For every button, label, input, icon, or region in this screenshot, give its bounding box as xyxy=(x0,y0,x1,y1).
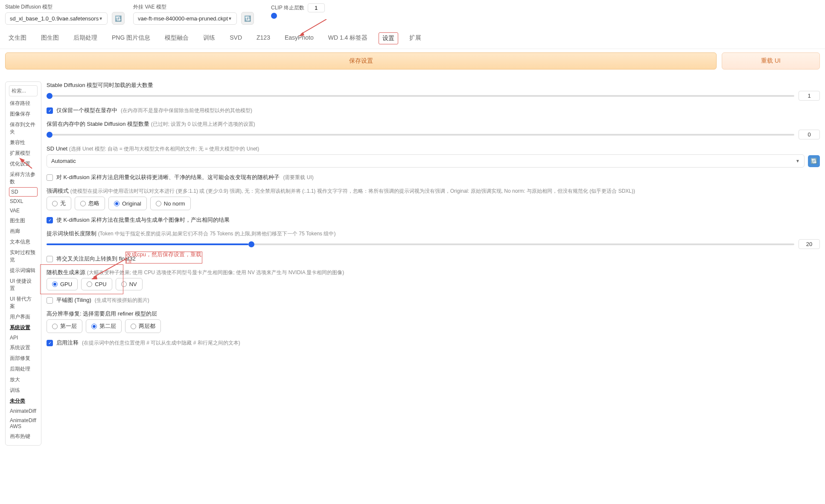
max-models-value[interactable]: 1 xyxy=(799,91,820,101)
sidebar-item-2[interactable]: 保存到文件夹 xyxy=(9,119,38,137)
sidebar-item-20[interactable]: 系统设置 xyxy=(9,342,38,353)
vae-dropdown[interactable]: vae-ft-mse-840000-ema-pruned.ckpt ▼ xyxy=(133,12,237,25)
emphasis-radio-label-3: No norm xyxy=(164,200,185,207)
unet-refresh-button[interactable]: 🔃 xyxy=(808,155,820,167)
tab-8[interactable]: EasyPhoto xyxy=(281,32,317,44)
refiner-radio-0[interactable]: 第一层 xyxy=(47,319,82,333)
tab-7[interactable]: Z123 xyxy=(253,32,274,44)
chevron-down-icon: ▼ xyxy=(99,16,103,21)
sidebar-item-7[interactable]: SD xyxy=(9,187,38,197)
radio-circle-icon xyxy=(156,201,161,206)
keep-one-checkbox[interactable]: ✓ xyxy=(47,107,53,114)
tab-1[interactable]: 图生图 xyxy=(38,32,62,44)
sd-model-dropdown[interactable]: sd_xl_base_1.0_0.9vae.safetensors ▼ xyxy=(5,12,108,25)
token-limit-slider[interactable] xyxy=(47,243,794,245)
mem-count-hint: (已过时; 设置为 0 以使用上述两个选项的设置) xyxy=(151,121,255,127)
sidebar-item-6[interactable]: 采样方法参数 xyxy=(9,169,38,187)
sd-model-refresh-button[interactable]: 🔃 xyxy=(112,12,125,25)
tab-4[interactable]: 模型融合 xyxy=(161,32,192,44)
clip-value-input[interactable] xyxy=(308,3,325,12)
unet-label: SD Unet xyxy=(47,145,67,152)
sd-model-label: Stable Diffusion 模型 xyxy=(5,3,108,11)
sidebar-search-input[interactable] xyxy=(9,85,38,96)
tab-3[interactable]: PNG 图片信息 xyxy=(108,32,154,44)
mem-count-slider[interactable] xyxy=(47,134,794,136)
sidebar-item-19[interactable]: API xyxy=(9,333,38,342)
token-limit-label: 提示词块组长度限制 xyxy=(47,230,96,237)
kdiff-quant-hint: (需要重载 UI) xyxy=(283,174,313,181)
sidebar-item-13[interactable]: 实时过程预览 xyxy=(9,247,38,265)
token-limit-value[interactable]: 20 xyxy=(799,239,820,249)
vae-label: 外挂 VAE 模型 xyxy=(133,3,237,11)
sidebar-item-0[interactable]: 保存路径 xyxy=(9,98,38,109)
rng-radio-0[interactable]: GPU xyxy=(47,278,78,290)
sidebar-item-16[interactable]: UI 替代方案 xyxy=(9,294,38,312)
refiner-radio-2[interactable]: 两层都 xyxy=(125,319,161,333)
sidebar-item-9[interactable]: VAE xyxy=(9,206,38,215)
tab-10[interactable]: 设置 xyxy=(379,32,398,44)
sidebar-item-10[interactable]: 图生图 xyxy=(9,215,38,226)
emphasis-radio-label-2: Original xyxy=(122,200,141,207)
tab-11[interactable]: 扩展 xyxy=(406,32,425,44)
sidebar-item-3[interactable]: 兼容性 xyxy=(9,137,38,148)
sidebar-item-18[interactable]: 系统设置 xyxy=(9,322,38,333)
sidebar-item-21[interactable]: 面部修复 xyxy=(9,353,38,364)
rng-radio-label-1: CPU xyxy=(95,281,106,287)
rng-radio-label-2: NV xyxy=(129,281,137,287)
refiner-radio-label-0: 第一层 xyxy=(60,322,77,330)
tab-2[interactable]: 后期处理 xyxy=(70,32,101,44)
vae-value: vae-ft-mse-840000-ema-pruned.ckpt xyxy=(138,15,228,22)
emphasis-radio-2[interactable]: Original xyxy=(108,197,147,210)
clip-label: CLIP 终止层数 xyxy=(271,4,304,12)
radio-circle-icon xyxy=(80,201,86,206)
float32-checkbox[interactable] xyxy=(47,256,53,262)
tiling-checkbox[interactable] xyxy=(47,297,53,304)
sidebar-item-4[interactable]: 扩展模型 xyxy=(9,148,38,159)
sidebar-item-22[interactable]: 后期处理 xyxy=(9,364,38,374)
unet-dropdown[interactable]: Automatic ▼ xyxy=(47,154,805,168)
sidebar-item-27[interactable]: AnimateDiff AWS xyxy=(9,416,38,431)
max-models-slider[interactable] xyxy=(47,95,794,97)
save-settings-button[interactable]: 保存设置 xyxy=(5,52,717,70)
mem-count-value[interactable]: 0 xyxy=(799,130,820,139)
sidebar-item-24[interactable]: 训练 xyxy=(9,385,38,396)
sidebar-item-1[interactable]: 图像保存 xyxy=(9,109,38,119)
rng-radio-1[interactable]: CPU xyxy=(81,278,112,290)
tab-0[interactable]: 文生图 xyxy=(5,32,30,44)
tab-5[interactable]: 训练 xyxy=(200,32,219,44)
emphasis-radio-label-0: 无 xyxy=(60,200,66,207)
float32-label: 将交叉关注层向上转换到 float32 xyxy=(56,255,136,263)
sidebar-item-26[interactable]: AnimateDiff xyxy=(9,406,38,416)
tab-9[interactable]: WD 1.4 标签器 xyxy=(325,32,371,44)
rng-radio-2[interactable]: NV xyxy=(116,278,143,290)
comments-hint: (在提示词中的任意位置使用 # 可以从生成中隐藏 # 和行尾之间的文本) xyxy=(82,339,240,347)
vae-refresh-button[interactable]: 🔃 xyxy=(241,12,254,25)
kdiff-quant-checkbox[interactable] xyxy=(47,174,53,181)
sidebar-item-17[interactable]: 用户界面 xyxy=(9,312,38,322)
tiling-label: 平铺图 (Tiling) xyxy=(56,296,91,304)
rng-radio-label-0: GPU xyxy=(60,281,72,287)
emphasis-radio-3[interactable]: No norm xyxy=(150,197,191,210)
emphasis-radio-1[interactable]: 忽略 xyxy=(75,197,105,210)
refiner-radio-1[interactable]: 第二层 xyxy=(86,319,122,333)
comments-checkbox[interactable]: ✓ xyxy=(47,340,53,346)
sidebar-item-12[interactable]: 文本信息 xyxy=(9,237,38,247)
sidebar-item-23[interactable]: 放大 xyxy=(9,374,38,385)
sidebar-item-8[interactable]: SDXL xyxy=(9,197,38,206)
keep-one-label: 仅保留一个模型在显存中 xyxy=(56,107,117,114)
sidebar-item-25[interactable]: 未分类 xyxy=(9,396,38,406)
chevron-down-icon: ▼ xyxy=(796,159,800,163)
sidebar-item-15[interactable]: UI 便捷设置 xyxy=(9,276,38,294)
batch-same-checkbox[interactable]: ✓ xyxy=(47,217,53,223)
sidebar-item-5[interactable]: 优化设置 xyxy=(9,159,38,169)
sidebar-item-11[interactable]: 画廊 xyxy=(9,226,38,237)
sd-model-value: sd_xl_base_1.0_0.9vae.safetensors xyxy=(10,15,99,22)
sidebar-item-14[interactable]: 提示词编辑 xyxy=(9,265,38,276)
emphasis-radio-0[interactable]: 无 xyxy=(47,197,71,210)
reload-ui-button[interactable]: 重载 UI xyxy=(722,52,820,70)
sidebar-item-28[interactable]: 画布热键 xyxy=(9,431,38,442)
emphasis-radio-label-1: 忽略 xyxy=(88,200,99,207)
radio-circle-icon xyxy=(131,324,136,329)
tab-6[interactable]: SVD xyxy=(226,32,245,44)
refiner-label: 高分辨率修复: 选择需要启用 refiner 模型的层 xyxy=(47,310,820,318)
